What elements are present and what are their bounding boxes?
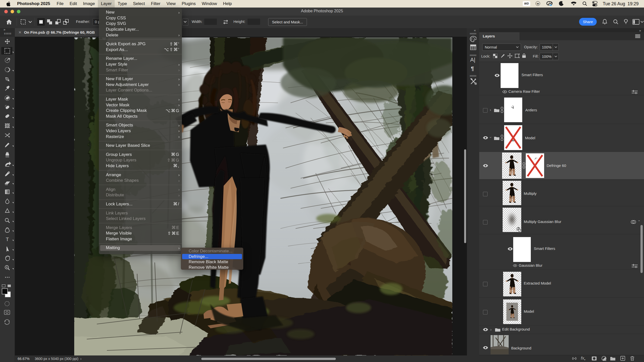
svg-text:T: T xyxy=(6,237,9,242)
